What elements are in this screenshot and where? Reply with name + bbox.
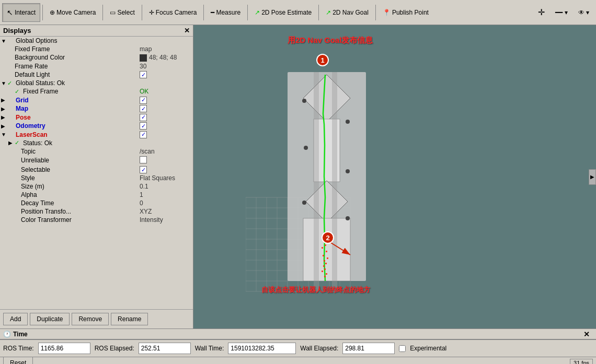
grid-enable-checkbox[interactable] xyxy=(140,97,147,104)
global-options-row[interactable]: ▼ Global Options xyxy=(0,37,193,45)
grid-label: Grid xyxy=(16,97,140,104)
pose-expand[interactable]: ▶ xyxy=(1,114,7,120)
sidebar-inner: ▼ Global Options Fixed Frame map Backgro… xyxy=(0,37,193,309)
viewport-right-expand[interactable]: ▶ xyxy=(589,169,596,185)
odometry-enable-checkbox[interactable] xyxy=(140,122,147,130)
move-camera-icon: ⊕ xyxy=(50,9,55,16)
selectable-checkbox[interactable] xyxy=(140,166,147,173)
statusbar: Reset 31 fps xyxy=(0,357,596,364)
reset-button[interactable]: Reset xyxy=(3,357,33,365)
pose-checkbox[interactable] xyxy=(140,113,192,121)
frame-rate-label: Frame Rate xyxy=(15,63,140,70)
global-status-check: ✓ xyxy=(7,80,15,87)
focus-camera-tool[interactable]: ✛ Focus Camera xyxy=(144,3,202,22)
map-expand[interactable]: ▶ xyxy=(1,106,7,112)
fps-display: 31 fps xyxy=(570,359,593,365)
style-value[interactable]: Flat Squares xyxy=(140,174,192,182)
svg-point-38 xyxy=(302,99,306,103)
svg-rect-29 xyxy=(323,255,324,256)
duplicate-button[interactable]: Duplicate xyxy=(30,313,70,325)
ros-elapsed-input[interactable] xyxy=(139,343,191,354)
measure-tool[interactable]: ━ Measure xyxy=(206,3,245,22)
fixed-frame-ok-check: ✓ xyxy=(15,88,22,95)
default-light-row: Default Light xyxy=(0,71,193,79)
interact-label: Interact xyxy=(15,9,36,16)
color-transform-value[interactable]: Intensity xyxy=(140,216,192,224)
pose-enable-checkbox[interactable] xyxy=(140,114,147,121)
2d-nav-tool[interactable]: ↗ 2D Nav Goal xyxy=(321,3,373,22)
odometry-checkbox[interactable] xyxy=(140,122,192,130)
bg-color-row: Background Color 48; 48; 48 xyxy=(0,53,193,62)
svg-point-42 xyxy=(302,201,306,205)
ros-time-label: ROS Time: xyxy=(3,345,34,352)
ls-status-expand[interactable]: ▶ xyxy=(8,140,15,146)
laserscan-row[interactable]: ▼ LaserScan xyxy=(0,130,193,139)
publish-point-label: Publish Point xyxy=(392,9,429,16)
frame-rate-value[interactable]: 30 xyxy=(140,63,192,70)
remove-button[interactable]: Remove xyxy=(72,313,109,325)
map-enable-checkbox[interactable] xyxy=(140,105,147,112)
pos-transform-value[interactable]: XYZ xyxy=(140,208,192,215)
publish-point-tool[interactable]: 📍 Publish Point xyxy=(378,3,433,22)
topic-value[interactable]: /scan xyxy=(140,148,192,155)
viewport[interactable]: 用2D Nav Goal发布信息 1 2 自该点击要让机器人到的终点的地方 ▶ xyxy=(193,25,596,328)
laserscan-enable-checkbox[interactable] xyxy=(140,131,147,138)
global-status-expand[interactable]: ▼ xyxy=(1,80,7,86)
laserscan-status-row[interactable]: ▶ ✓ Status: Ok xyxy=(0,139,193,147)
global-options-expand[interactable]: ▼ xyxy=(1,38,7,44)
svg-rect-34 xyxy=(324,268,326,270)
map-checkbox[interactable] xyxy=(140,105,192,113)
2d-pose-tool[interactable]: ↗ 2D Pose Estimate xyxy=(250,3,316,22)
grid-expand[interactable]: ▶ xyxy=(1,97,7,103)
fixed-frame-value[interactable]: map xyxy=(140,45,192,53)
laserscan-expand[interactable]: ▼ xyxy=(1,132,7,137)
timebar-header: 🕐 Time ✕ xyxy=(0,328,596,339)
color-transform-label: Color Transformer xyxy=(21,216,140,224)
laserscan-checkbox[interactable] xyxy=(140,131,192,138)
grid-row[interactable]: ▶ Grid xyxy=(0,96,193,104)
move-camera-label: Move Camera xyxy=(56,9,96,16)
display-mode-btn[interactable]: ━━ ▾ xyxy=(551,3,572,22)
2d-nav-label: 2D Nav Goal xyxy=(333,9,369,16)
tree-content[interactable]: ▼ Global Options Fixed Frame map Backgro… xyxy=(0,37,193,309)
add-button[interactable]: Add xyxy=(3,313,28,325)
svg-rect-26 xyxy=(325,244,326,246)
timebar-close[interactable]: ✕ xyxy=(580,329,593,339)
odometry-expand[interactable]: ▶ xyxy=(1,123,7,129)
rename-button[interactable]: Rename xyxy=(111,313,148,325)
sidebar-close-button[interactable]: ✕ xyxy=(184,27,190,34)
pose-row[interactable]: ▶ Pose xyxy=(0,113,193,122)
select-tool[interactable]: ▭ Select xyxy=(105,3,139,22)
unreliable-value[interactable] xyxy=(140,156,192,165)
grid-checkbox[interactable] xyxy=(140,96,192,104)
default-light-checkbox[interactable] xyxy=(140,71,147,78)
ros-time-input[interactable] xyxy=(38,343,90,354)
sidebar-title: Displays xyxy=(3,27,31,34)
map-row[interactable]: ▶ Map xyxy=(0,104,193,113)
size-value[interactable]: 0.1 xyxy=(140,183,192,190)
global-status-row[interactable]: ▼ ✓ Global Status: Ok xyxy=(0,79,193,87)
alpha-value[interactable]: 1 xyxy=(140,191,192,198)
eye-btn[interactable]: 👁 ▾ xyxy=(574,3,594,22)
interact-tool[interactable]: ↖ Interact xyxy=(2,3,40,22)
experimental-checkbox[interactable] xyxy=(399,345,406,352)
unreliable-label: Unreliable xyxy=(21,157,140,164)
bg-color-value[interactable]: 48; 48; 48 xyxy=(140,54,192,62)
svg-point-40 xyxy=(304,146,308,150)
svg-rect-33 xyxy=(323,265,325,267)
wall-time-input[interactable] xyxy=(228,343,296,354)
pos-transform-label: Position Transfo... xyxy=(21,208,140,215)
odometry-row[interactable]: ▶ Odometry xyxy=(0,122,193,131)
move-camera-tool[interactable]: ⊕ Move Camera xyxy=(45,3,100,22)
select-label: Select xyxy=(117,9,134,16)
decay-value[interactable]: 0 xyxy=(140,199,192,207)
default-light-value[interactable] xyxy=(140,71,192,79)
separator-3 xyxy=(142,5,142,20)
move-icon-btn[interactable]: ✛ xyxy=(533,3,549,22)
unreliable-checkbox[interactable] xyxy=(140,156,147,163)
svg-point-39 xyxy=(346,120,350,124)
wall-elapsed-input[interactable] xyxy=(342,343,395,354)
global-status-label: Global Status: Ok xyxy=(16,79,192,87)
focus-camera-label: Focus Camera xyxy=(156,9,197,16)
selectable-value[interactable] xyxy=(140,166,192,174)
